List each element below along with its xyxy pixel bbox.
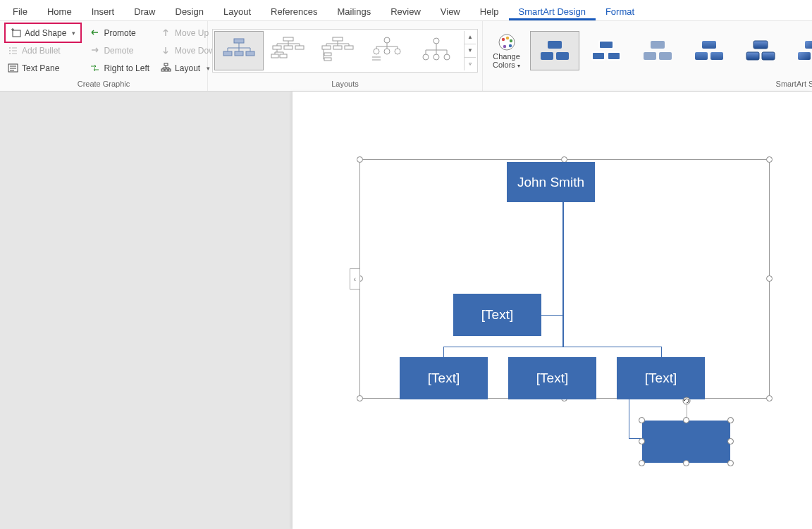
shape-handle-br[interactable]	[727, 460, 734, 466]
add-shape-label: Add Shape	[25, 28, 66, 38]
tab-draw[interactable]: Draw	[124, 2, 165, 20]
rotate-handle[interactable]	[682, 397, 691, 405]
shape-handle-ml[interactable]	[639, 438, 645, 444]
right-to-left-icon	[90, 63, 100, 73]
tab-references[interactable]: References	[261, 2, 327, 20]
shape-handle-bm[interactable]	[683, 460, 689, 466]
tab-help[interactable]: Help	[470, 2, 509, 20]
svg-point-81	[501, 37, 504, 40]
svg-point-85	[503, 44, 505, 47]
connector-drop-c	[661, 347, 662, 357]
svg-point-74	[444, 54, 450, 60]
shape-handle-tm[interactable]	[683, 417, 689, 423]
demote-icon	[90, 45, 100, 56]
style-option-5[interactable]	[736, 31, 785, 70]
smartart-frame[interactable]: ‹ John Smith [Text] [Text] [Text] [Text]	[359, 159, 770, 399]
promote-icon	[90, 27, 100, 38]
svg-rect-96	[695, 52, 708, 60]
svg-rect-15	[165, 69, 168, 71]
shape-handle-tl[interactable]	[639, 417, 645, 423]
promote-button[interactable]: Promote	[86, 26, 153, 39]
tab-layout[interactable]: Layout	[214, 2, 261, 20]
move-up-label: Move Up	[175, 28, 209, 38]
shape-handle-mr[interactable]	[727, 438, 734, 444]
node-b[interactable]: [Text]	[508, 357, 596, 399]
svg-point-60	[384, 37, 390, 43]
style-option-3[interactable]	[633, 31, 682, 70]
node-a[interactable]: [Text]	[400, 357, 488, 399]
svg-rect-23	[223, 51, 232, 56]
textpane-toggle[interactable]: ‹	[350, 268, 360, 290]
ribbon-tabs: File Home Insert Draw Design Layout Refe…	[0, 0, 812, 21]
svg-rect-49	[345, 46, 353, 49]
svg-point-73	[433, 54, 439, 60]
layouts-gallery: ▲ ▼ ▿	[212, 29, 478, 73]
layout-menu-label: Layout	[175, 63, 200, 73]
svg-rect-36	[280, 54, 287, 58]
svg-rect-99	[746, 52, 759, 60]
group-label-styles: SmartArt Styles	[487, 78, 812, 90]
frame-handle-bl[interactable]	[357, 395, 363, 402]
tab-format[interactable]: Format	[596, 2, 644, 20]
layouts-scroll: ▲ ▼ ▿	[464, 31, 476, 70]
shape-handle-bl[interactable]	[639, 460, 645, 466]
svg-rect-90	[592, 52, 605, 60]
layouts-more[interactable]: ▿	[465, 58, 476, 70]
style-option-2[interactable]	[582, 31, 631, 70]
svg-point-61	[374, 49, 379, 54]
node-assist[interactable]: [Text]	[453, 294, 541, 336]
tab-mailings[interactable]: Mailings	[328, 2, 381, 20]
tab-design[interactable]: Design	[166, 2, 214, 20]
svg-point-84	[508, 44, 511, 46]
svg-rect-33	[284, 46, 293, 49]
style-option-4[interactable]	[684, 31, 734, 70]
node-c[interactable]: [Text]	[617, 357, 705, 399]
tab-home[interactable]: Home	[37, 2, 82, 20]
layouts-scroll-up[interactable]: ▲	[465, 31, 476, 44]
tab-insert[interactable]: Insert	[82, 2, 125, 20]
frame-handle-tl[interactable]	[357, 156, 363, 163]
svg-rect-92	[651, 41, 665, 49]
layout-option-2[interactable]	[264, 31, 313, 70]
tab-smartart-design[interactable]: SmartArt Design	[509, 2, 596, 20]
add-shape-dropdown[interactable]: ▾	[69, 30, 78, 37]
tab-review[interactable]: Review	[381, 2, 431, 20]
layout-option-3[interactable]	[313, 31, 362, 70]
add-bullet-label: Add Bullet	[22, 46, 61, 56]
svg-point-82	[505, 36, 508, 39]
tab-view[interactable]: View	[431, 2, 470, 20]
demote-button: Demote	[86, 44, 153, 57]
styles-gallery	[530, 31, 812, 70]
svg-rect-97	[710, 52, 723, 60]
new-shape-fill	[642, 421, 730, 463]
node-top[interactable]: John Smith	[507, 162, 595, 202]
svg-rect-31	[283, 37, 293, 41]
right-to-left-button[interactable]: Right to Left	[86, 61, 153, 75]
layout-option-4[interactable]	[362, 31, 412, 70]
add-shape-button[interactable]: Add Shape	[8, 26, 69, 39]
add-shape-icon	[11, 27, 21, 38]
svg-rect-32	[273, 46, 281, 49]
selected-new-shape[interactable]	[642, 421, 730, 463]
text-pane-button[interactable]: Text Pane	[4, 61, 82, 75]
layouts-scroll-down[interactable]: ▼	[465, 44, 476, 58]
document-page[interactable]: ‹ John Smith [Text] [Text] [Text] [Text]	[293, 92, 812, 529]
frame-handle-tr[interactable]	[766, 156, 773, 163]
svg-rect-89	[599, 41, 613, 49]
style-option-1[interactable]	[530, 31, 579, 70]
ribbon: Add Shape ▾ Promote Move Up	[0, 21, 812, 92]
layout-option-1[interactable]	[214, 31, 264, 70]
layout-option-5[interactable]	[412, 31, 461, 70]
group-label-layouts: Layouts	[212, 78, 478, 90]
svg-rect-50	[324, 53, 331, 56]
svg-rect-91	[608, 52, 620, 60]
change-colors-button[interactable]: Change Colors ▾	[487, 31, 526, 70]
frame-handle-br[interactable]	[766, 395, 773, 402]
style-option-6[interactable]	[787, 31, 812, 70]
connector-horizontal	[443, 347, 662, 347]
svg-point-63	[395, 49, 400, 54]
svg-rect-51	[324, 58, 331, 61]
tab-file[interactable]: File	[3, 2, 37, 20]
shape-handle-tr[interactable]	[727, 417, 734, 423]
frame-handle-mr[interactable]	[766, 275, 773, 282]
